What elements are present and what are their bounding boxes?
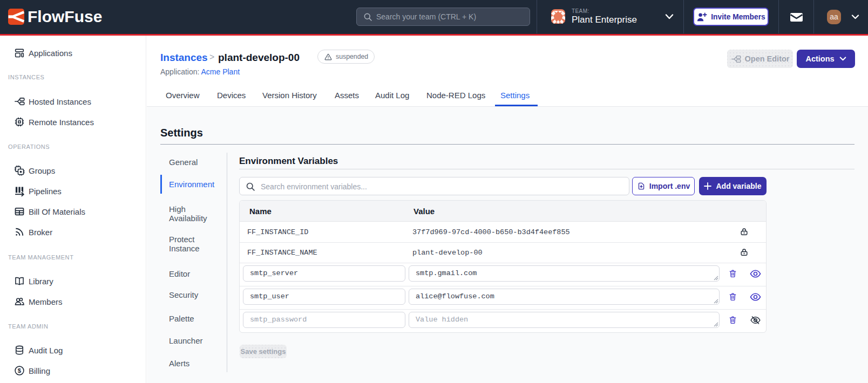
- svg-text:$: $: [18, 367, 22, 374]
